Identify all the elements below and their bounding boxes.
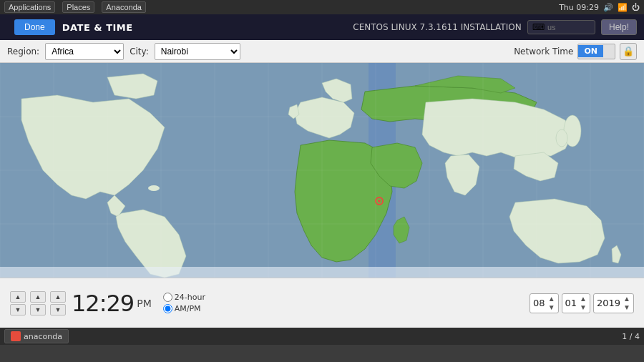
time-controls: ▲ ▼ ▲ ▼ ▲ ▼ 12:29 PM 24-hour AM/PM: [0, 278, 644, 328]
region-select[interactable]: Africa Americas Asia Europe Pacific: [45, 43, 124, 60]
hours-up-button[interactable]: ▲: [10, 291, 26, 303]
map-svg: [0, 63, 644, 278]
app-header: Done DATE & TIME CENTOS LINUX 7.3.1611 I…: [0, 14, 644, 40]
svg-point-4: [556, 129, 567, 147]
system-bar-left: Applications Places Anaconda: [4, 1, 146, 13]
format-radios: 24-hour AM/PM: [163, 293, 205, 313]
system-bar: Applications Places Anaconda Thu 09:29 🔊…: [0, 0, 644, 14]
year-up-button[interactable]: ▲: [623, 295, 630, 303]
city-select[interactable]: Nairobi Lagos Cairo Accra: [155, 43, 240, 60]
minutes-down-button[interactable]: ▼: [30, 304, 46, 315]
anaconda-icon: [11, 331, 21, 341]
centos-title: CENTOS LINUX 7.3.1611 INSTALLATION: [353, 22, 521, 32]
taskbar-left: anaconda: [4, 329, 69, 343]
seconds-up-button[interactable]: ▲: [50, 291, 66, 303]
svg-point-7: [378, 200, 381, 202]
hours-spinner: ▲ ▼: [10, 291, 26, 315]
world-map[interactable]: [0, 63, 644, 278]
ampm-display: PM: [137, 298, 152, 309]
format-24h-label[interactable]: 24-hour: [163, 293, 205, 302]
search-box[interactable]: ⌨: [527, 20, 595, 34]
day-up-button[interactable]: ▲: [580, 295, 587, 303]
header-right: CENTOS LINUX 7.3.1611 INSTALLATION ⌨ Hel…: [353, 19, 637, 35]
format-24h-radio[interactable]: [163, 293, 172, 302]
time-display: 12:29 PM: [72, 290, 152, 317]
year-spinner-group: 2019 ▲ ▼: [593, 293, 634, 313]
lock-button[interactable]: 🔒: [620, 43, 637, 60]
taskbar-anaconda-item[interactable]: anaconda: [4, 329, 69, 343]
year-display: 2019: [597, 298, 620, 308]
network-time-label: Network Time: [514, 47, 573, 57]
month-up-button[interactable]: ▲: [548, 295, 555, 303]
minutes-up-button[interactable]: ▲: [30, 291, 46, 303]
power-icon: ⏻: [632, 3, 640, 12]
places-menu[interactable]: Places: [62, 1, 94, 13]
network-icon: 📶: [618, 3, 628, 12]
controls-bar: Region: Africa Americas Asia Europe Paci…: [0, 40, 644, 63]
taskbar-item-label: anaconda: [24, 332, 62, 341]
system-time: Thu 09:29: [559, 3, 599, 12]
seconds-spinner: ▲ ▼: [50, 291, 66, 315]
keyboard-icon: ⌨: [532, 22, 545, 32]
search-input[interactable]: [547, 23, 590, 31]
region-label: Region:: [7, 47, 39, 57]
page-title: DATE & TIME: [62, 22, 133, 33]
minutes-display: 29: [107, 290, 135, 317]
hours-display: 12: [72, 290, 99, 317]
month-down-button[interactable]: ▼: [548, 303, 555, 311]
month-display: 08: [533, 298, 545, 308]
volume-icon: 🔊: [603, 3, 613, 12]
system-bar-right: Thu 09:29 🔊 📶 ⏻: [559, 3, 640, 12]
hours-down-button[interactable]: ▼: [10, 304, 26, 315]
network-time-toggle[interactable]: ON: [577, 44, 615, 59]
done-button[interactable]: Done: [14, 19, 55, 35]
taskbar-right: 1 / 4: [622, 332, 640, 341]
day-down-button[interactable]: ▼: [580, 303, 587, 311]
time-spinners: ▲ ▼ ▲ ▼ ▲ ▼: [10, 291, 66, 315]
time-digits: 12:29: [72, 290, 134, 317]
network-time-group: Network Time ON 🔒: [514, 43, 637, 60]
format-ampm-radio[interactable]: [163, 304, 172, 313]
applications-menu[interactable]: Applications: [4, 1, 55, 13]
taskbar: anaconda 1 / 4: [0, 328, 644, 345]
help-button[interactable]: Help!: [601, 19, 637, 35]
seconds-down-button[interactable]: ▼: [50, 304, 66, 315]
city-label: City:: [130, 47, 149, 57]
day-spinner-group: 01 ▲ ▼: [562, 293, 590, 313]
minutes-spinner: ▲ ▼: [30, 291, 46, 315]
month-spinner-group: 08 ▲ ▼: [530, 293, 558, 313]
svg-point-2: [148, 185, 160, 191]
toggle-off[interactable]: [603, 50, 615, 53]
page-info: 1 / 4: [622, 332, 640, 341]
date-spinners: 08 ▲ ▼ 01 ▲ ▼ 2019 ▲ ▼: [530, 293, 634, 313]
anaconda-menu[interactable]: Anaconda: [102, 1, 146, 13]
toggle-on[interactable]: ON: [578, 45, 603, 57]
year-down-button[interactable]: ▼: [623, 303, 630, 311]
day-display: 01: [565, 298, 577, 308]
format-ampm-label[interactable]: AM/PM: [163, 304, 205, 313]
